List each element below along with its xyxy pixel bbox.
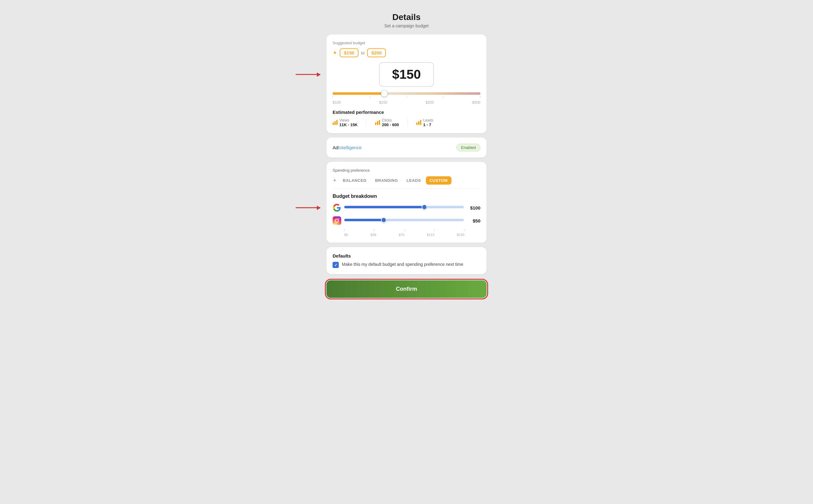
tick-2 bbox=[370, 96, 370, 98]
sparkle-icon: ✦ bbox=[333, 50, 337, 56]
tick-3 bbox=[406, 96, 407, 98]
meta-slider-wrap bbox=[344, 219, 464, 222]
views-text: Views 11K - 15K bbox=[339, 118, 358, 127]
axis-tick-1 bbox=[344, 229, 345, 231]
breakdown-meta-row: $50 bbox=[333, 216, 480, 225]
page-title: Details bbox=[326, 12, 487, 22]
arrow-line-2 bbox=[296, 207, 320, 208]
google-thumb[interactable] bbox=[422, 204, 427, 210]
bar-3 bbox=[336, 120, 338, 125]
bar-6 bbox=[379, 120, 380, 125]
meta-amount: $50 bbox=[467, 218, 480, 223]
views-label: Views bbox=[339, 118, 358, 122]
views-bar-icon bbox=[333, 120, 338, 125]
clicks-label: Clicks bbox=[382, 118, 399, 122]
axis-113: $113 bbox=[427, 233, 434, 237]
confirm-button[interactable]: Confirm bbox=[326, 280, 487, 298]
enabled-badge: Enabled bbox=[456, 144, 480, 151]
budget-slider-container: $100 $150 $200 $500 bbox=[333, 92, 480, 105]
budget-high-badge: $200 bbox=[367, 48, 386, 57]
slider-label-500: $500 bbox=[472, 100, 480, 105]
page-subtitle: Set a campaign budget bbox=[326, 23, 487, 28]
budget-low-badge: $150 bbox=[340, 48, 358, 57]
breakdown-ticks bbox=[344, 229, 464, 231]
breakdown-google-wrap: $100 bbox=[333, 203, 480, 212]
budget-slider-track[interactable] bbox=[333, 92, 480, 95]
defaults-row: Make this my default budget and spending… bbox=[333, 262, 480, 268]
google-slider-wrap bbox=[344, 206, 464, 210]
tab-balanced[interactable]: BALANCED bbox=[339, 176, 370, 185]
bar-5 bbox=[377, 121, 378, 125]
slider-label-200: $200 bbox=[426, 100, 434, 105]
clicks-text: Clicks 200 - 600 bbox=[382, 118, 399, 127]
leads-text: Leads 1 - 7 bbox=[423, 118, 433, 127]
axis-75: $75 bbox=[399, 233, 404, 237]
defaults-text: Make this my default budget and spending… bbox=[342, 262, 463, 268]
axis-tick-5 bbox=[464, 229, 464, 231]
tab-branding[interactable]: BRANDING bbox=[371, 176, 402, 185]
bar-8 bbox=[418, 121, 419, 125]
budget-to-label: to bbox=[361, 50, 365, 55]
suggested-row: ✦ $150 to $200 bbox=[333, 48, 480, 57]
bar-2 bbox=[334, 121, 336, 125]
svg-point-2 bbox=[338, 218, 339, 219]
svg-rect-0 bbox=[333, 216, 341, 225]
slider-label-100: $100 bbox=[333, 100, 341, 105]
spending-tabs-row: ✦ BALANCED BRANDING LEADS CUSTOM bbox=[333, 176, 480, 189]
adintel-label: AdIntelligence bbox=[333, 145, 362, 150]
budget-display-wrap: $150 bbox=[333, 62, 480, 87]
ad-plain: Ad bbox=[333, 145, 338, 150]
intel-label: Intelligence bbox=[338, 145, 362, 150]
leads-bar-icon bbox=[416, 120, 421, 125]
slider-ticks bbox=[333, 96, 480, 98]
tick-1 bbox=[333, 96, 333, 98]
budget-breakdown-title: Budget breakdown bbox=[333, 194, 480, 199]
defaults-checkbox[interactable] bbox=[333, 262, 339, 268]
balanced-icon: ✦ bbox=[333, 178, 337, 183]
meta-slider-track[interactable] bbox=[344, 219, 464, 221]
defaults-title: Defaults bbox=[333, 253, 480, 258]
meta-fill bbox=[344, 219, 384, 221]
bar-4 bbox=[375, 122, 376, 125]
adintel-card: AdIntelligence Enabled bbox=[326, 138, 487, 158]
axis-tick-4 bbox=[434, 229, 435, 231]
breakdown-google-row: $100 bbox=[333, 203, 480, 212]
tick-4 bbox=[443, 96, 443, 98]
spending-section-label: Spending preference bbox=[333, 168, 480, 173]
slider-label-150: $150 bbox=[379, 100, 387, 105]
budget-display: $150 bbox=[333, 62, 480, 87]
axis-tick-3 bbox=[404, 229, 405, 231]
slider-labels: $100 $150 $200 $500 bbox=[333, 100, 480, 105]
tick-5 bbox=[480, 96, 480, 98]
estimated-performance-title: Estimated performance bbox=[333, 110, 480, 115]
breakdown-axis: $0 $38 $75 $113 $150 bbox=[344, 233, 464, 237]
spending-card: Spending preference ✦ BALANCED BRANDING … bbox=[326, 162, 487, 243]
clicks-bar-icon bbox=[375, 120, 380, 125]
axis-38: $38 bbox=[370, 233, 376, 237]
leads-value: 1 - 7 bbox=[423, 122, 433, 127]
instagram-logo bbox=[333, 216, 341, 225]
google-slider-track[interactable] bbox=[344, 206, 464, 208]
arrow-line-1 bbox=[296, 74, 320, 75]
adintel-row: AdIntelligence Enabled bbox=[333, 144, 480, 151]
suggested-budget-label: Suggested budget bbox=[333, 41, 480, 45]
axis-150: $150 bbox=[457, 233, 464, 237]
google-fill bbox=[344, 206, 424, 208]
budget-card: Suggested budget ✦ $150 to $200 $150 bbox=[326, 34, 487, 133]
page-wrapper: Details Set a campaign budget Suggested … bbox=[326, 12, 487, 298]
perf-views: Views 11K - 15K bbox=[333, 118, 358, 127]
bar-7 bbox=[416, 122, 418, 125]
perf-clicks: Clicks 200 - 600 bbox=[375, 118, 399, 127]
tab-custom[interactable]: CUSTOM bbox=[426, 176, 451, 185]
arrow-breakdown bbox=[296, 207, 320, 208]
budget-value[interactable]: $150 bbox=[379, 62, 434, 87]
performance-row: Views 11K - 15K Clicks 200 - 600 bbox=[333, 118, 480, 127]
tab-leads[interactable]: LEADS bbox=[403, 176, 425, 185]
meta-thumb[interactable] bbox=[381, 217, 386, 223]
axis-wrapper: $0 $38 $75 $113 $150 bbox=[333, 229, 480, 237]
google-logo bbox=[333, 203, 341, 212]
views-value: 11K - 15K bbox=[339, 122, 358, 127]
leads-label: Leads bbox=[423, 118, 433, 122]
perf-leads: Leads 1 - 7 bbox=[416, 118, 433, 127]
bar-1 bbox=[333, 122, 334, 125]
